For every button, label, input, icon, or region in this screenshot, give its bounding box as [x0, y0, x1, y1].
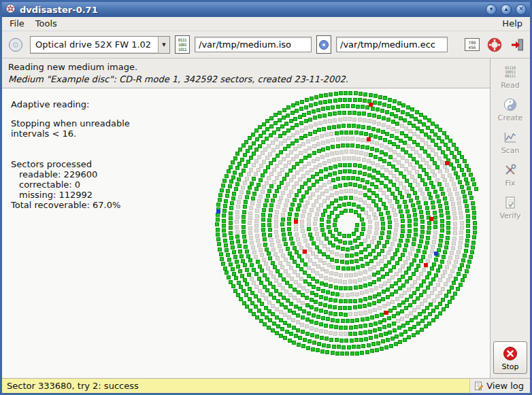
- stop-button[interactable]: Stop: [493, 341, 527, 374]
- optical-disc-icon: [7, 37, 24, 53]
- dvdisaster-logo-icon: [5, 3, 16, 14]
- operation-info: Reading new medium image. Medium "Exampl…: [2, 58, 490, 88]
- titlebar[interactable]: dvdisaster-0.71 ▾ ▴ ✕: [2, 2, 530, 17]
- missing-count: missing: 112992: [11, 190, 130, 200]
- body-row: Reading new medium image. Medium "Exampl…: [2, 58, 530, 378]
- reading-panel: Adaptive reading: Stopping when unreadab…: [2, 88, 490, 378]
- reading-stats: Adaptive reading: Stopping when unreadab…: [11, 99, 130, 210]
- read-button[interactable]: 01110 10011 00111 Read: [493, 61, 528, 92]
- image-icon-line: 1011: [178, 48, 186, 52]
- medium-info: Medium "Example disc": CD-R mode 1, 3425…: [8, 73, 484, 86]
- view-log-label: View log: [486, 381, 524, 391]
- fix-label: Fix: [505, 179, 515, 187]
- fix-button[interactable]: Fix: [493, 158, 528, 190]
- status-message: Sector 333680, try 2: success: [2, 379, 470, 393]
- close-icon: ✕: [518, 5, 524, 12]
- menu-file[interactable]: File: [4, 17, 30, 31]
- read-label: Read: [501, 82, 520, 89]
- app-icon[interactable]: [5, 3, 16, 16]
- readable-count: readable: 229600: [11, 169, 130, 179]
- stats-gap: [11, 139, 130, 159]
- stop-label: Stop: [501, 363, 518, 371]
- app-window: dvdisaster-0.71 ▾ ▴ ✕ File Tools Help Op…: [0, 0, 532, 395]
- drive-select[interactable]: Optical drive 52X FW 1.02 ▼: [30, 36, 170, 54]
- operation-title: Reading new medium image.: [8, 61, 484, 73]
- sectors-heading: Sectors processed: [11, 159, 130, 169]
- ecc-file-input[interactable]: [336, 37, 448, 52]
- disc-spiral: [212, 89, 484, 361]
- scan-button[interactable]: Scan: [493, 126, 528, 157]
- preferences-button[interactable]: 789 456: [463, 37, 481, 52]
- tools-icon: [503, 162, 517, 178]
- maximize-button[interactable]: ▴: [501, 4, 512, 15]
- log-icon: [474, 381, 484, 391]
- note-line-2: intervals < 16.: [11, 128, 130, 139]
- image-file-input[interactable]: [195, 37, 312, 52]
- statusbar: Sector 333680, try 2: success View log: [2, 378, 530, 393]
- adaptive-reading-heading: Adaptive reading:: [11, 99, 130, 109]
- note-line-1: Stopping when unreadable: [11, 118, 130, 128]
- ecc-file-icon: [316, 35, 331, 54]
- image-icon-line: 0111: [178, 38, 186, 42]
- menu-tools[interactable]: Tools: [30, 17, 63, 31]
- verify-button[interactable]: Verify: [493, 191, 528, 222]
- view-log-button[interactable]: View log: [470, 379, 530, 393]
- menubar: File Tools Help: [2, 17, 530, 31]
- close-button[interactable]: ✕: [516, 4, 527, 15]
- create-label: Create: [498, 114, 523, 122]
- window-title: dvdisaster-0.71: [20, 5, 482, 15]
- quit-arrow-icon: [510, 37, 525, 52]
- scan-label: Scan: [501, 147, 520, 154]
- digits-grid-icon: 789 456: [465, 38, 480, 51]
- minimize-button[interactable]: ▾: [486, 4, 497, 15]
- yin-yang-icon: [503, 97, 517, 113]
- maximize-icon: ▴: [505, 5, 508, 12]
- minimize-icon: ▾: [490, 5, 493, 12]
- toolbar: Optical drive 52X FW 1.02 ▼ 0111 1001 10…: [2, 31, 530, 58]
- image-icon-line: 1001: [178, 43, 186, 47]
- correctable-count: correctable: 0: [11, 179, 130, 190]
- chevron-down-icon: ▼: [158, 37, 169, 53]
- quit-button[interactable]: [508, 36, 526, 54]
- help-button[interactable]: [486, 36, 503, 54]
- lifebelt-icon: [487, 37, 502, 52]
- image-file-icon: 0111 1001 1011: [175, 35, 190, 54]
- checklist-icon: [503, 194, 517, 211]
- menu-help[interactable]: Help: [497, 17, 528, 31]
- verify-label: Verify: [499, 212, 520, 220]
- chart-icon: [503, 129, 517, 145]
- left-column: Reading new medium image. Medium "Exampl…: [2, 58, 490, 378]
- drive-icon-button[interactable]: [6, 35, 25, 54]
- create-button[interactable]: Create: [493, 93, 528, 124]
- drive-select-value: Optical drive 52X FW 1.02: [31, 39, 158, 50]
- stop-icon: [503, 345, 518, 362]
- total-recoverable: Total recoverable: 67.0%: [11, 200, 130, 210]
- read-binary-icon: 01110 10011 00111: [505, 64, 516, 80]
- ecc-disc-icon: [318, 39, 329, 50]
- action-sidebar: 01110 10011 00111 Read Create: [490, 58, 530, 378]
